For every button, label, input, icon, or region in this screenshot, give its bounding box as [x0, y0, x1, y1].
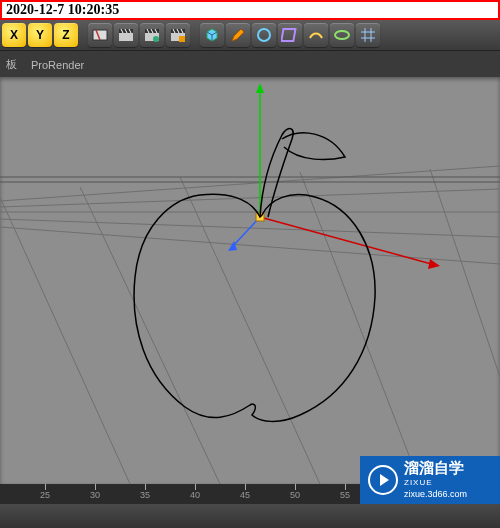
grid-button[interactable] — [356, 23, 380, 47]
svg-point-11 — [335, 31, 349, 39]
svg-line-20 — [300, 172, 420, 484]
axis-y-button[interactable]: Y — [28, 23, 52, 47]
deformer-button[interactable] — [278, 23, 302, 47]
shape-1-button[interactable] — [252, 23, 276, 47]
svg-marker-25 — [428, 259, 440, 269]
svg-line-17 — [0, 197, 130, 484]
bottom-toolbar — [0, 504, 500, 528]
axis-x-label: X — [10, 28, 18, 42]
object-tool-group — [200, 23, 380, 47]
anim-tool-group — [88, 23, 190, 47]
watermark: 溜溜自学 ZIXUE zixue.3d66.com — [360, 456, 500, 504]
shape-3-button[interactable] — [330, 23, 354, 47]
clapper-2-button[interactable] — [140, 23, 164, 47]
tick-label: 30 — [90, 490, 100, 500]
gizmo — [228, 83, 440, 269]
svg-line-19 — [180, 177, 320, 484]
tick-label: 50 — [290, 490, 300, 500]
axis-x-line — [260, 217, 435, 265]
svg-rect-1 — [119, 33, 133, 41]
tick-label: 40 — [190, 490, 200, 500]
svg-line-21 — [430, 169, 500, 377]
clapper-1-button[interactable] — [114, 23, 138, 47]
tick-label: 25 — [40, 490, 50, 500]
shape-2-button[interactable] — [304, 23, 328, 47]
svg-line-18 — [80, 187, 220, 484]
watermark-url: zixue.3d66.com — [404, 489, 467, 499]
watermark-brand: 溜溜自学 — [404, 460, 492, 475]
axis-y-label: Y — [36, 28, 44, 42]
svg-rect-8 — [179, 36, 185, 42]
clapper-3-button[interactable] — [166, 23, 190, 47]
viewport[interactable] — [0, 77, 500, 484]
cube-button[interactable] — [200, 23, 224, 47]
axis-z-label: Z — [62, 28, 69, 42]
watermark-sub: ZIXUE — [404, 478, 433, 487]
main-toolbar: X Y Z — [0, 20, 500, 50]
tick-label: 45 — [240, 490, 250, 500]
timestamp-bar: 2020-12-7 10:20:35 — [0, 0, 500, 20]
svg-rect-10 — [281, 29, 295, 41]
timestamp-text: 2020-12-7 10:20:35 — [6, 2, 119, 17]
svg-marker-24 — [256, 83, 264, 93]
menu-item-2[interactable]: ProRender — [31, 59, 84, 71]
svg-point-5 — [153, 36, 159, 42]
menu-bar: 板 ProRender — [0, 50, 500, 79]
menu-item-1[interactable]: 板 — [6, 57, 17, 72]
axis-x-button[interactable]: X — [2, 23, 26, 47]
axis-tool-group: X Y Z — [2, 23, 78, 47]
pen-button[interactable] — [226, 23, 250, 47]
viewport-scene — [0, 77, 500, 484]
svg-line-14 — [0, 166, 500, 201]
svg-point-9 — [258, 29, 270, 41]
key-button[interactable] — [88, 23, 112, 47]
play-icon — [368, 465, 398, 495]
svg-line-16 — [0, 227, 500, 264]
tick-label: 35 — [140, 490, 150, 500]
tick-label: 55 — [340, 490, 350, 500]
axis-z-button[interactable]: Z — [54, 23, 78, 47]
